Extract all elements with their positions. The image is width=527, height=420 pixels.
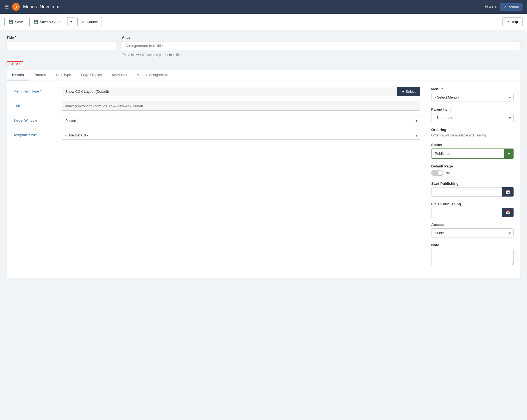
default-page-label: Default Page (431, 164, 514, 168)
version-label: ⌘ 4.0.6 (485, 5, 497, 9)
alias-group: Alias The Alias will be used as part of … (122, 35, 520, 57)
default-page-toggle[interactable] (431, 170, 443, 176)
default-page-toggle-label: No (445, 171, 450, 175)
status-field: Status Published Unpublished Trashed ▾ (431, 143, 514, 159)
details-left: Menu Item Type * Show CCK Layout (Defaul… (13, 87, 420, 271)
ordering-label: Ordering (431, 128, 514, 132)
status-dropdown-button[interactable]: ▾ (504, 149, 514, 159)
status-select-wrap: Published Unpublished Trashed ▾ (431, 149, 514, 159)
menu-item-type-value: Show CCK Layout (Default) ≡ Select (62, 87, 420, 96)
tabs-bar: Details Params Link Type Page Display Me… (7, 70, 520, 80)
start-publishing-input[interactable] (431, 187, 502, 197)
title-alias-row: Title * Alias The Alias will be used as … (7, 35, 520, 57)
school-button[interactable]: ↗ school (500, 3, 523, 11)
tab-details[interactable]: Details (7, 70, 29, 80)
parent-item-field: Parent Item - No parent - ▾ (431, 107, 514, 122)
menu-item-type-label: Menu Item Type * (13, 87, 57, 93)
menu-select[interactable]: - Select Menu - (431, 93, 514, 102)
access-select[interactable]: Public Guest Registered Special Super Us… (431, 228, 514, 237)
page-title: Menus: New Item (23, 4, 59, 10)
access-label: Access (431, 223, 514, 227)
access-select-wrap: Public Guest Registered Special Super Us… (431, 228, 514, 237)
link-row: Link (13, 102, 420, 111)
note-textarea[interactable] (431, 249, 514, 265)
title-group: Title * (7, 35, 116, 57)
alias-hint: The Alias will be used as part of the UR… (122, 53, 520, 57)
step-badge: STEP 1 (7, 61, 23, 67)
menu-item-type-row: Menu Item Type * Show CCK Layout (Defaul… (13, 87, 420, 96)
toolbar: 💾 Save 💾 Save & Close ▾ ✕ Cancel ? Help (0, 14, 527, 30)
tab-params[interactable]: Params (29, 70, 51, 80)
select-menu-type-button[interactable]: ≡ Select (397, 87, 420, 96)
tab-metadata[interactable]: Metadata (107, 70, 131, 80)
link-input (62, 102, 420, 111)
template-style-select[interactable]: - Use Default - Beez3 Protostar (62, 131, 420, 140)
alias-label: Alias (122, 35, 520, 40)
start-publishing-label: Start Publishing (431, 181, 514, 186)
default-page-toggle-wrap: No (431, 170, 514, 176)
finish-publishing-date-wrap: 📅 (431, 208, 514, 217)
save-close-button[interactable]: 💾 Save & Close (29, 17, 65, 26)
save-button[interactable]: 💾 Save (4, 17, 27, 26)
chevron-down-icon: ▾ (70, 20, 72, 24)
start-publishing-calendar-button[interactable]: 📅 (502, 187, 514, 197)
parent-item-label: Parent Item (431, 107, 514, 111)
toggle-knob (438, 170, 443, 175)
cancel-button[interactable]: ✕ Cancel (77, 17, 102, 26)
main-content: Title * Alias The Alias will be used as … (0, 30, 527, 420)
target-window-row: Target Window Parent New Window Same Win… (13, 116, 420, 125)
tab-panel-details: Menu Item Type * Show CCK Layout (Defaul… (7, 80, 520, 278)
save-dropdown-button[interactable]: ▾ (67, 17, 75, 26)
menu-item-type-text: Show CCK Layout (Default) (62, 87, 397, 96)
question-mark-icon: ? (507, 20, 509, 24)
title-label: Title * (7, 35, 116, 40)
external-link-icon: ↗ (504, 5, 507, 9)
start-publishing-date-wrap: 📅 (431, 187, 514, 197)
note-label: Note (431, 243, 514, 247)
template-style-label: Template Style (13, 131, 57, 137)
title-input[interactable] (7, 41, 116, 50)
ordering-hint: Ordering will be available after saving. (431, 133, 514, 137)
finish-publishing-label: Finish Publishing (431, 202, 514, 206)
list-icon: ≡ (402, 89, 404, 94)
tab-link-type[interactable]: Link Type (51, 70, 76, 80)
save-close-icon: 💾 (33, 19, 38, 24)
help-button[interactable]: ? Help (502, 17, 523, 26)
finish-publishing-field: Finish Publishing 📅 (431, 202, 514, 217)
tab-module-assignment[interactable]: Module Assignment (132, 70, 173, 80)
target-window-select-wrap: Parent New Window Same Window ▾ (62, 116, 420, 125)
tab-page-display[interactable]: Page Display (76, 70, 107, 80)
template-style-row: Template Style - Use Default - Beez3 Pro… (13, 131, 420, 140)
template-style-select-wrap: - Use Default - Beez3 Protostar ▾ (62, 131, 420, 140)
note-field: Note (431, 243, 514, 266)
navbar: ☰ J Menus: New Item ⌘ 4.0.6 ↗ school (0, 0, 527, 14)
link-label: Link (13, 102, 57, 108)
finish-publishing-input[interactable] (431, 208, 502, 217)
save-icon: 💾 (9, 19, 13, 24)
ordering-field: Ordering Ordering will be available afte… (431, 128, 514, 137)
joomla-logo-icon: J (12, 3, 20, 11)
menu-label: Menu * (431, 87, 514, 91)
hamburger-menu-icon[interactable]: ☰ (4, 4, 9, 10)
status-select[interactable]: Published Unpublished Trashed (431, 149, 504, 159)
finish-publishing-calendar-button[interactable]: 📅 (502, 208, 514, 217)
menu-field: Menu * - Select Menu - ▾ (431, 87, 514, 102)
target-window-select[interactable]: Parent New Window Same Window (62, 116, 420, 125)
details-right: Menu * - Select Menu - ▾ Parent Item - N… (431, 87, 514, 271)
alias-input[interactable] (122, 41, 520, 50)
default-page-field: Default Page No (431, 164, 514, 176)
access-field: Access Public Guest Registered Special S… (431, 223, 514, 237)
parent-item-select[interactable]: - No parent - (431, 113, 514, 122)
target-window-label: Target Window (13, 116, 57, 122)
start-publishing-field: Start Publishing 📅 (431, 181, 514, 197)
cancel-icon: ✕ (82, 19, 85, 24)
status-label: Status (431, 143, 514, 147)
